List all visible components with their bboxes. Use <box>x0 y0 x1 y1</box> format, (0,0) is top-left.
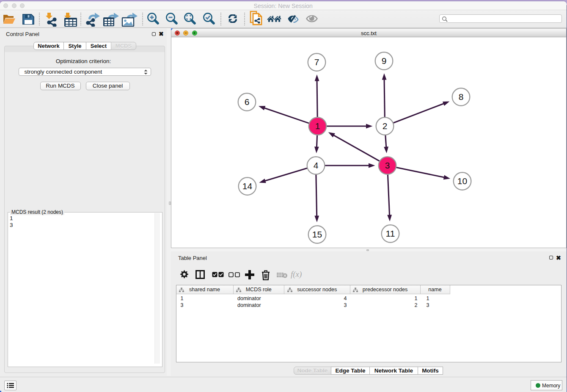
svg-text:7: 7 <box>314 57 319 67</box>
svg-text:15: 15 <box>312 229 322 239</box>
svg-text:11: 11 <box>386 229 395 238</box>
svg-text:3: 3 <box>385 160 390 170</box>
svg-text:9: 9 <box>382 56 387 66</box>
svg-text:10: 10 <box>457 176 467 186</box>
svg-text:4: 4 <box>314 160 319 170</box>
svg-text:6: 6 <box>245 97 250 107</box>
svg-text:14: 14 <box>242 181 253 191</box>
svg-text:8: 8 <box>459 92 464 102</box>
svg-text:2: 2 <box>383 121 388 131</box>
svg-text:1: 1 <box>315 121 320 131</box>
